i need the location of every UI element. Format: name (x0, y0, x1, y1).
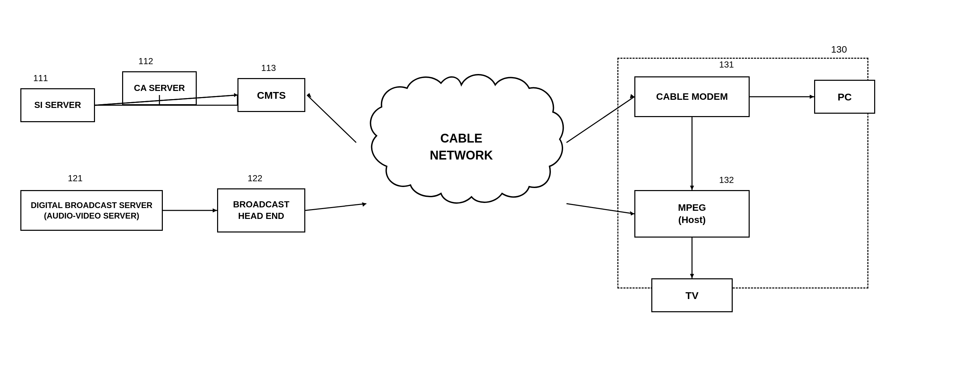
broadcast-head-end-label: BROADCASTHEAD END (233, 199, 290, 222)
svg-text:CABLE: CABLE (440, 131, 482, 145)
cloud-svg: CABLE NETWORK (356, 64, 566, 241)
pc-label: PC (838, 90, 852, 104)
broadcast-head-end-number: 122 (248, 173, 262, 183)
dashed-group-number: 130 (831, 44, 847, 55)
cable-modem-number: 131 (719, 59, 734, 70)
svg-marker-8 (234, 93, 237, 97)
tv-box: TV (651, 278, 733, 312)
ca-server-label: CA SERVER (134, 83, 185, 94)
ca-server-number: 112 (138, 56, 153, 67)
ca-server-box: CA SERVER (122, 71, 197, 105)
si-server-box: SI SERVER (20, 88, 95, 122)
cable-modem-label: CABLE MODEM (656, 91, 728, 103)
pc-box: PC (814, 80, 875, 114)
digital-broadcast-number: 121 (68, 173, 83, 183)
svg-marker-20 (213, 209, 217, 212)
diagram: SI SERVER 111 CA SERVER 112 CMTS 113 DIG… (0, 0, 980, 373)
cable-network-cloud: CABLE NETWORK (356, 64, 566, 241)
si-server-number: 111 (33, 73, 48, 83)
broadcast-head-end-box: BROADCASTHEAD END (217, 188, 305, 233)
svg-line-9 (307, 95, 356, 143)
si-server-label: SI SERVER (34, 99, 81, 111)
digital-broadcast-label: DIGITAL BROADCAST SERVER(AUDIO-VIDEO SER… (31, 200, 153, 221)
digital-broadcast-box: DIGITAL BROADCAST SERVER(AUDIO-VIDEO SER… (20, 190, 163, 231)
cmts-number: 113 (261, 63, 276, 73)
tv-label: TV (686, 289, 698, 302)
svg-marker-10 (307, 93, 312, 98)
mpeg-label: MPEG(Host) (678, 202, 706, 226)
mpeg-box: MPEG(Host) (634, 190, 750, 238)
cmts-box: CMTS (237, 78, 305, 112)
mpeg-number: 132 (719, 175, 734, 185)
cmts-label: CMTS (257, 89, 286, 102)
svg-text:NETWORK: NETWORK (430, 148, 493, 162)
cable-modem-box: CABLE MODEM (634, 77, 750, 117)
